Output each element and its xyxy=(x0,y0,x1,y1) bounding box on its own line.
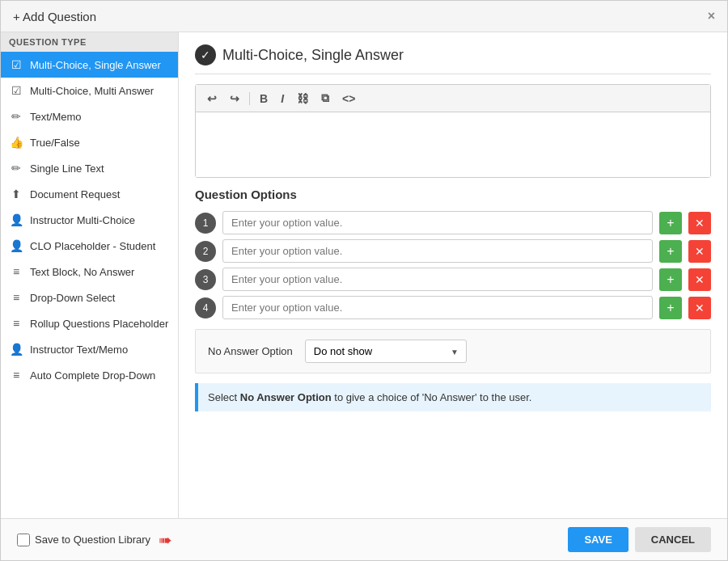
option-input-4[interactable] xyxy=(222,296,653,319)
option-row-4: 4 + ✕ xyxy=(195,296,711,319)
editor-area[interactable] xyxy=(196,112,710,177)
link-button[interactable]: ⛓ xyxy=(294,91,311,107)
modal-body: Question Type ☑ Multi-Choice, Single Ans… xyxy=(1,32,727,518)
clo-placeholder-icon: 👤 xyxy=(9,239,23,252)
save-to-library-text: Save to Question Library xyxy=(35,534,150,546)
code-button[interactable]: <> xyxy=(339,91,358,107)
sidebar-item-label: Instructor Text/Memo xyxy=(30,344,128,356)
option-number-2: 2 xyxy=(195,241,216,262)
info-text-post: to give a choice of 'No Answer' to the u… xyxy=(334,391,531,403)
info-text-pre: Select xyxy=(208,391,240,403)
option-remove-button-1[interactable]: ✕ xyxy=(688,212,711,234)
redo-button[interactable]: ↪ xyxy=(226,91,243,107)
sidebar-item-multi-choice-multi[interactable]: ☑ Multi-Choice, Multi Answer xyxy=(1,78,178,103)
question-options-title: Question Options xyxy=(195,188,711,201)
instructor-text-icon: 👤 xyxy=(9,343,23,356)
italic-button[interactable]: I xyxy=(277,91,287,107)
options-list: 1 + ✕ 2 + ✕ 3 + ✕ xyxy=(195,211,711,319)
option-row-1: 1 + ✕ xyxy=(195,211,711,234)
question-type-title: Multi-Choice, Single Answer xyxy=(222,47,404,64)
sidebar-item-label: True/False xyxy=(30,137,80,149)
option-number-4: 4 xyxy=(195,297,216,318)
sidebar-item-text-block[interactable]: ≡ Text Block, No Answer xyxy=(1,259,178,285)
no-answer-label: No Answer Option xyxy=(208,345,293,357)
option-row-2: 2 + ✕ xyxy=(195,239,711,263)
sidebar-item-true-false[interactable]: 👍 True/False xyxy=(1,129,178,155)
save-to-library-checkbox[interactable] xyxy=(17,534,30,546)
undo-button[interactable]: ↩ xyxy=(204,91,220,107)
single-line-icon: ✏ xyxy=(9,162,23,175)
option-add-button-3[interactable]: + xyxy=(659,268,682,291)
sidebar-item-label: Rollup Questions Placeholder xyxy=(30,318,168,330)
toolbar-divider xyxy=(249,92,250,105)
text-block-icon: ≡ xyxy=(9,265,23,278)
sidebar-item-instructor-text[interactable]: 👤 Instructor Text/Memo xyxy=(1,336,178,362)
close-button[interactable]: × xyxy=(708,9,715,23)
option-add-button-2[interactable]: + xyxy=(659,240,682,263)
footer-right: SAVE CANCEL xyxy=(568,527,711,552)
cancel-button[interactable]: CANCEL xyxy=(635,527,711,552)
save-to-library-label[interactable]: Save to Question Library xyxy=(17,534,150,546)
sidebar-item-label: Single Line Text xyxy=(30,162,104,175)
sidebar-item-label: Auto Complete Drop-Down xyxy=(30,369,155,382)
option-remove-button-4[interactable]: ✕ xyxy=(688,297,711,319)
document-request-icon: ⬆ xyxy=(9,188,23,200)
sidebar-item-label: Text/Memo xyxy=(30,111,82,123)
true-false-icon: 👍 xyxy=(9,136,23,149)
option-number-3: 3 xyxy=(195,269,216,290)
rollup-icon: ≡ xyxy=(9,317,23,330)
info-box: Select No Answer Option to give a choice… xyxy=(195,383,711,411)
sidebar-item-document-request[interactable]: ⬆ Document Request xyxy=(1,181,178,207)
no-answer-select[interactable]: Do not show Show Required xyxy=(305,340,467,363)
option-add-button-4[interactable]: + xyxy=(659,297,682,319)
sidebar-item-instructor-multi[interactable]: 👤 Instructor Multi-Choice xyxy=(1,207,178,233)
sidebar-item-label: CLO Placeholder - Student xyxy=(30,240,155,252)
sidebar-header: Question Type xyxy=(1,32,178,52)
sidebar-item-label: Multi-Choice, Multi Answer xyxy=(30,85,154,97)
main-content: ✓ Multi-Choice, Single Answer ↩ ↪ B I ⛓ … xyxy=(179,32,727,518)
multi-choice-single-icon: ☑ xyxy=(9,58,23,71)
option-input-3[interactable] xyxy=(222,268,653,291)
dropdown-icon: ≡ xyxy=(9,291,23,304)
sidebar: Question Type ☑ Multi-Choice, Single Ans… xyxy=(1,32,179,518)
editor-toolbar: ↩ ↪ B I ⛓ ⧉ <> xyxy=(196,85,710,112)
save-button[interactable]: SAVE xyxy=(568,527,628,552)
check-circle-icon: ✓ xyxy=(195,44,216,65)
option-remove-button-2[interactable]: ✕ xyxy=(688,240,711,263)
modal-title: + Add Question xyxy=(13,10,96,23)
footer-left: Save to Question Library ➠ xyxy=(17,530,172,550)
sidebar-item-label: Document Request xyxy=(30,188,120,200)
sidebar-item-clo-placeholder[interactable]: 👤 CLO Placeholder - Student xyxy=(1,233,178,259)
copy-button[interactable]: ⧉ xyxy=(318,90,332,107)
sidebar-item-multi-choice-single[interactable]: ☑ Multi-Choice, Single Answer xyxy=(1,52,178,78)
question-type-header: ✓ Multi-Choice, Single Answer xyxy=(195,44,711,74)
option-row-3: 3 + ✕ xyxy=(195,268,711,291)
instructor-multi-icon: 👤 xyxy=(9,213,23,226)
option-remove-button-3[interactable]: ✕ xyxy=(688,268,711,291)
sidebar-item-text-memo[interactable]: ✏ Text/Memo xyxy=(1,103,178,129)
sidebar-item-single-line-text[interactable]: ✏ Single Line Text xyxy=(1,155,178,181)
modal-footer: Save to Question Library ➠ SAVE CANCEL xyxy=(1,518,727,560)
sidebar-item-label: Drop-Down Select xyxy=(30,292,116,304)
sidebar-item-label: Multi-Choice, Single Answer xyxy=(30,59,161,71)
modal-header: + Add Question × xyxy=(1,1,727,32)
no-answer-section: No Answer Option Do not show Show Requir… xyxy=(195,329,711,373)
sidebar-item-autocomplete[interactable]: ≡ Auto Complete Drop-Down xyxy=(1,362,178,388)
option-add-button-1[interactable]: + xyxy=(659,212,682,234)
option-input-1[interactable] xyxy=(222,211,653,234)
text-memo-icon: ✏ xyxy=(9,110,23,123)
option-input-2[interactable] xyxy=(222,239,653,263)
multi-choice-multi-icon: ☑ xyxy=(9,84,23,97)
no-answer-select-wrapper: Do not show Show Required xyxy=(305,340,467,363)
add-question-modal: + Add Question × Question Type ☑ Multi-C… xyxy=(0,0,728,561)
autocomplete-icon: ≡ xyxy=(9,369,23,382)
sidebar-item-rollup[interactable]: ≡ Rollup Questions Placeholder xyxy=(1,310,178,336)
bold-button[interactable]: B xyxy=(256,91,271,107)
info-text-bold: No Answer Option xyxy=(240,391,332,403)
sidebar-item-label: Text Block, No Answer xyxy=(30,266,134,278)
text-editor: ↩ ↪ B I ⛓ ⧉ <> xyxy=(195,84,711,178)
sidebar-item-label: Instructor Multi-Choice xyxy=(30,214,135,226)
sidebar-item-dropdown[interactable]: ≡ Drop-Down Select xyxy=(1,285,178,310)
option-number-1: 1 xyxy=(195,213,216,234)
arrow-right-icon: ➠ xyxy=(159,530,172,550)
